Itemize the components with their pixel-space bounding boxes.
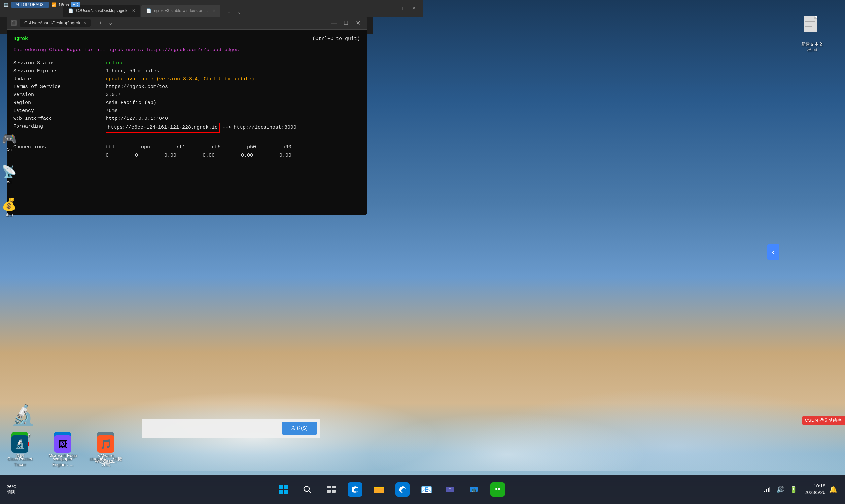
csdn-text: CSDN @是梦络空 [805,417,842,423]
conn-rt5-val: 0.00 [203,152,215,160]
taskview-taskbar[interactable] [321,480,341,499]
side-icon-ori[interactable]: 🎮 Ori [0,132,18,151]
taskbar-left: 26°C 晴朗 [0,484,19,495]
system-clock[interactable]: 10:18 2023/5/26 [805,483,825,496]
wallpaper-desktop-label: Wallpaper Engine：... [46,456,79,468]
tos-value: https://ngrok.com/tos [106,83,168,91]
minimize-btn[interactable]: — [388,4,398,13]
update-value: update available (version 3.3.4, Ctrl-U … [106,75,254,83]
web-interface-value: http://127.0.0.1:4040 [106,115,168,123]
terminal-controls: — □ ✕ [330,18,363,28]
maximize-btn[interactable]: □ [399,4,408,13]
tray-network[interactable] [762,484,773,495]
session-status-label: Session Status [13,59,106,67]
svg-point-23 [498,488,500,490]
laptop-name: LAPTOP-DBAU3... [11,2,49,7]
mail-taskbar[interactable]: 📧 [417,480,436,499]
close-btn[interactable]: ✕ [409,4,419,13]
terminal-tab-label: C:\Users\asus\Desktop\ngrok [24,20,80,25]
version-label: Version [13,91,106,99]
jin-label: 金山 [6,213,13,217]
svg-text:📺: 📺 [472,487,476,492]
wechat-taskbar[interactable] [488,480,508,499]
terminal-minimize[interactable]: — [330,18,339,28]
conn-ttl-header: ttl [106,143,115,151]
conn-rt5-header: rt5 [212,143,221,151]
conn-p90-header: p90 [282,143,291,151]
new-file-label: 新建文本文 档.txt [802,41,823,53]
mail-icon: 📧 [419,482,434,497]
cisco-desktop-icon[interactable]: 🔬 Cisco Packet Tracer [3,433,36,468]
region-row: Region Asia Pacific (ap) [13,99,360,107]
tabs-dropdown-btn[interactable]: ⌄ [235,7,244,17]
expand-panel-btn[interactable]: ‹ [767,244,779,260]
ngrok-title: ngrok [13,35,28,43]
terminal-add-tab[interactable]: + [96,19,105,28]
search-taskbar[interactable] [298,480,317,499]
cloud-edges-line: Introducing Cloud Edges for all ngrok us… [13,46,360,54]
inactive-tab[interactable]: 📄 ngrok-v3-stable-windows-am... ✕ [141,5,220,17]
terminal-window: ⬛ C:\Users\asus\Desktop\ngrok ✕ + ⌄ — □ … [6,17,367,215]
teams-taskbar[interactable]: T [440,480,460,499]
web-interface-label: Web Interface [13,115,106,123]
svg-rect-16 [332,490,336,493]
tv-taskbar[interactable]: 📺 [464,480,484,499]
terminal-titlebar: ⬛ C:\Users\asus\Desktop\ngrok ✕ + ⌄ — □ … [6,17,367,30]
edge2-taskbar-icon [395,482,410,497]
terminal-close[interactable]: ✕ [353,18,363,28]
tray-battery[interactable]: 🔋 [789,484,799,495]
web-interface-row: Web Interface http://127.0.0.1:4040 [13,115,360,123]
update-label: Update [13,75,106,83]
explorer-icon [371,482,386,497]
conn-ttl-val: 0 [106,152,109,160]
edge-taskbar[interactable] [345,480,365,499]
terminal-maximize[interactable]: □ [341,18,351,28]
conn-rt1-header: rt1 [176,143,185,151]
edge2-taskbar[interactable] [393,480,412,499]
svg-rect-25 [766,489,767,492]
conn-opn-val: 0 [135,152,138,160]
taskview-icon [324,482,338,497]
inactive-tab-label: ngrok-v3-stable-windows-am... [154,8,208,13]
tos-row: Terms of Service https://ngrok.com/tos [13,83,360,91]
forwarding-row: Forwarding https://c6ee-124-161-121-228.… [13,123,360,133]
terminal-tab[interactable]: C:\Users\asus\Desktop\ngrok ✕ [20,19,91,27]
desktop-icons-right: 新建文本文 档.txt [792,13,832,53]
terminal-tab-close[interactable]: ✕ [83,21,86,25]
desktop: 💻 LAPTOP-DBAU3... 📶 16ms HD 📄 C:\Users\a… [0,0,845,504]
conn-rt1-val: 0.00 [164,152,176,160]
edge-taskbar-icon [348,482,362,497]
tv-icon: 📺 [466,482,481,497]
side-icon-jin[interactable]: 💰 金山 [0,197,18,217]
svg-line-12 [309,491,311,493]
send-button[interactable]: 发送(S) [282,422,317,435]
clock-time: 10:18 [805,483,825,489]
new-tab-btn[interactable]: + [224,7,233,17]
tray-notification[interactable]: 🔔 [828,484,839,495]
session-expires-row: Session Expires 1 hour, 59 minutes [13,67,360,75]
desktop-icons-left: 🎮 Ori 📡 Wi 💰 金山 [0,132,18,217]
tab-close[interactable]: ✕ [132,8,135,13]
wallpaper-desktop-icon[interactable]: 🖼 Wallpaper Engine：... [46,433,79,468]
tray-volume[interactable]: 🔊 [775,484,786,495]
conn-p50-val: 0.00 [241,152,253,160]
forwarding-local: http://localhost:8090 [234,124,296,132]
desktop-icons-bottom-row2: 🔬 Cisco Packet Tracer 🖼 Wallpaper Engine… [3,433,122,468]
desktop-icon-new-file[interactable]: 新建文本文 档.txt [792,13,832,53]
start-button[interactable] [274,480,294,499]
teams-icon: T [443,482,457,497]
inactive-tab-close[interactable]: ✕ [212,8,216,13]
ori-icon: 🎮 [2,132,17,146]
studio64-desktop-icon[interactable]: 🎵 studio64... - 快捷方式 [89,433,122,468]
explorer-taskbar[interactable] [369,480,389,499]
terminal-dropdown[interactable]: ⌄ [106,19,115,28]
side-icon-wi[interactable]: 📡 Wi [0,165,18,184]
tab-icon: 📄 [68,8,73,13]
background-clouds [0,306,845,471]
signal-icon: 📶 [51,2,56,7]
region-label: Region [13,99,106,107]
hd-badge: HD [71,2,80,7]
search-icon [300,482,315,497]
connections-section: Connections ttl opn rt1 rt5 p50 p90 0 0 [13,143,360,160]
tos-label: Terms of Service [13,83,106,91]
